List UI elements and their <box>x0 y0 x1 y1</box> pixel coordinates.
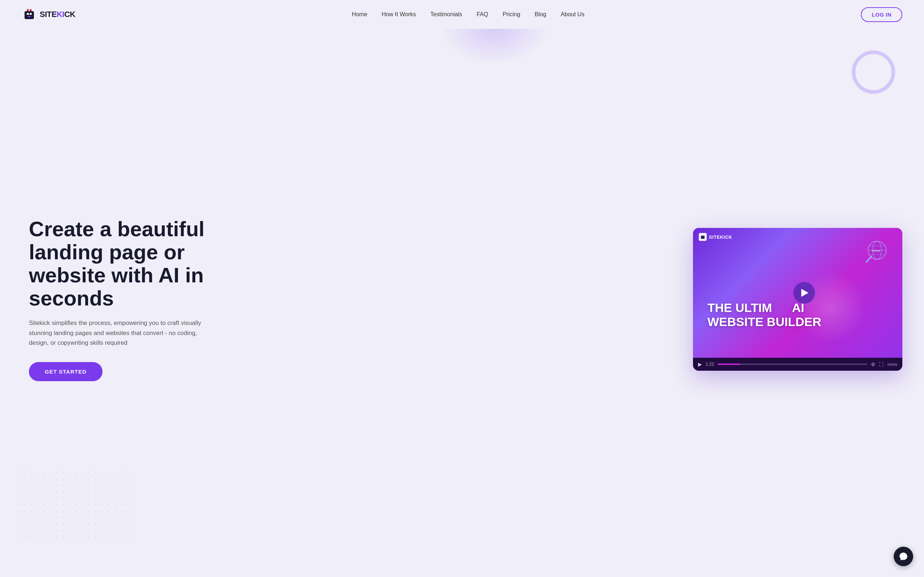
hero-subtitle: Sitekick simplifies the process, empower… <box>29 318 216 348</box>
logo-link[interactable]: SiTEKiCK <box>22 7 76 22</box>
svg-rect-3 <box>27 16 31 17</box>
svg-rect-0 <box>24 11 34 19</box>
video-logo-icon <box>699 233 707 241</box>
svg-point-14 <box>873 241 881 259</box>
nav-item-home[interactable]: Home <box>352 11 367 17</box>
video-ctrl-icons: ⚙ ⛶ wistia <box>871 362 897 367</box>
circle-decoration <box>852 50 895 94</box>
video-container: SiTEKiCK WWW <box>693 228 902 371</box>
svg-text:WWW: WWW <box>872 249 880 253</box>
hero-title: Create a beautiful landing page or websi… <box>29 218 253 309</box>
nav-item-faq[interactable]: FAQ <box>477 11 488 17</box>
dots-decoration <box>15 469 130 541</box>
svg-rect-10 <box>703 236 703 237</box>
nav-links: Home How It Works Testimonials FAQ Prici… <box>352 11 584 18</box>
chat-icon <box>899 552 908 561</box>
nav-item-about-us[interactable]: About Us <box>561 11 584 17</box>
login-button[interactable]: LOG IN <box>861 7 902 22</box>
video-title: THE ULTIM AI WEBSITE BUILDER <box>708 301 821 329</box>
hero-video-section: SiTEKiCK WWW <box>693 228 902 371</box>
fullscreen-icon[interactable]: ⛶ <box>879 362 884 367</box>
play-icon <box>801 289 809 297</box>
chat-support-button[interactable] <box>894 547 913 566</box>
video-progress-track[interactable] <box>717 364 867 365</box>
logo-icon <box>22 7 37 22</box>
globe-icon: WWW <box>859 239 888 268</box>
svg-point-12 <box>868 241 886 259</box>
video-controls-bar: ▶ 1:22 ⚙ ⛶ wistia <box>693 358 902 371</box>
navigation: SiTEKiCK Home How It Works Testimonials … <box>0 0 924 29</box>
video-brand-label: SiTEKiCK <box>709 234 732 240</box>
video-progress-fill <box>717 364 740 365</box>
svg-rect-9 <box>702 236 703 237</box>
play-button-overlay[interactable] <box>793 282 815 304</box>
settings-icon[interactable]: ⚙ <box>871 362 875 367</box>
video-thumbnail[interactable]: SiTEKiCK WWW <box>693 228 902 358</box>
video-time-display: 1:22 <box>706 362 714 367</box>
video-play-icon[interactable]: ▶ <box>698 361 702 367</box>
video-brand-bar: SiTEKiCK <box>699 233 732 241</box>
svg-rect-8 <box>701 236 704 239</box>
svg-rect-1 <box>27 13 29 15</box>
nav-item-how-it-works[interactable]: How It Works <box>382 11 416 17</box>
wistia-brand: wistia <box>887 362 897 366</box>
play-button[interactable] <box>793 282 815 304</box>
logo-text: SiTEKiCK <box>40 10 76 19</box>
hero-content-left: Create a beautiful landing page or websi… <box>29 218 253 381</box>
svg-point-13 <box>868 241 886 259</box>
nav-item-blog[interactable]: Blog <box>535 11 546 17</box>
hero-section: Create a beautiful landing page or websi… <box>0 29 924 577</box>
get-started-button[interactable]: GET STARTED <box>29 362 102 381</box>
nav-item-pricing[interactable]: Pricing <box>502 11 520 17</box>
svg-rect-2 <box>30 13 32 15</box>
svg-line-11 <box>866 256 872 262</box>
nav-item-testimonials[interactable]: Testimonials <box>430 11 462 17</box>
video-title-line2: WEBSITE BUILDER <box>708 315 821 329</box>
